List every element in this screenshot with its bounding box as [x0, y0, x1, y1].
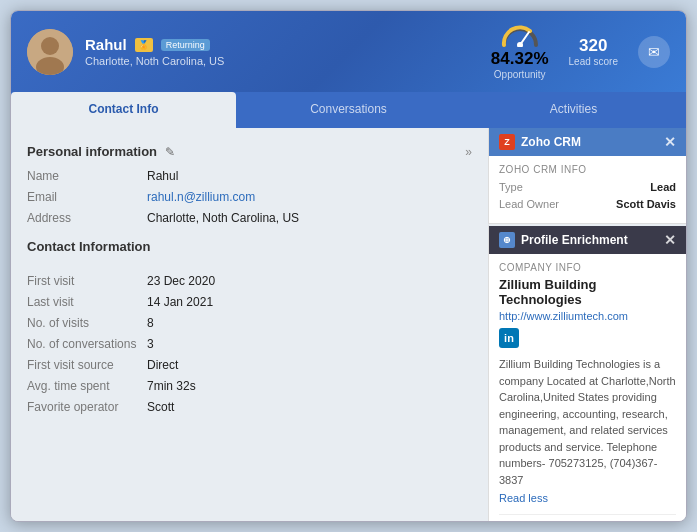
no-visits-value: 8	[147, 316, 154, 330]
email-value[interactable]: rahul.n@zillium.com	[147, 190, 255, 204]
content-area: Personal information ✎ » Name Rahul Emai…	[11, 128, 686, 521]
avg-time-value: 7min 32s	[147, 379, 196, 393]
company-description: Zillium Building Technologies is a compa…	[499, 356, 676, 488]
opportunity-gauge: 84.32% Opportunity	[491, 23, 549, 80]
first-visit-source-value: Direct	[147, 358, 178, 372]
hq-section: Headquarters Albuquerque, New Mexico, Un…	[499, 514, 676, 521]
header: Rahul 🏅 Returning Charlotte, Noth Caroli…	[11, 11, 686, 92]
zoho-crm-sub-label: ZOHO CRM INFO	[499, 164, 676, 175]
favorite-operator-label: Favorite operator	[27, 400, 147, 414]
zoho-icon: Z	[499, 134, 515, 150]
zoho-crm-content: ZOHO CRM INFO Type Lead Lead Owner Scott…	[489, 156, 686, 223]
last-visit-row: Last visit 14 Jan 2021	[27, 295, 472, 309]
header-stats: 84.32% Opportunity 320 Lead score ✉	[491, 23, 670, 80]
first-visit-row: First visit 23 Dec 2020	[27, 274, 472, 288]
zoho-crm-header: Z Zoho CRM ✕	[489, 128, 686, 156]
no-visits-label: No. of visits	[27, 316, 147, 330]
enrichment-content: COMPANY INFO Zillium Building Technologi…	[489, 254, 686, 521]
first-visit-source-row: First visit source Direct	[27, 358, 472, 372]
avg-time-row: Avg. time spent 7min 32s	[27, 379, 472, 393]
name-label: Name	[27, 169, 147, 183]
last-visit-label: Last visit	[27, 295, 147, 309]
contact-info-section: Contact Information First visit 23 Dec 2…	[27, 239, 472, 414]
crm-lead-owner-label: Lead Owner	[499, 198, 559, 210]
collapse-button[interactable]: »	[465, 145, 472, 159]
opportunity-value: 84.32%	[491, 49, 549, 69]
enrichment-icon: ⊕	[499, 232, 515, 248]
message-button[interactable]: ✉	[638, 36, 670, 68]
last-visit-value: 14 Jan 2021	[147, 295, 213, 309]
email-row: Email rahul.n@zillium.com	[27, 190, 472, 204]
personal-info-title: Personal information	[27, 144, 157, 159]
no-conversations-label: No. of conversations	[27, 337, 147, 351]
lead-score-value: 320	[569, 36, 618, 56]
address-value: Charlotte, Noth Carolina, US	[147, 211, 299, 225]
crm-lead-owner-row: Lead Owner Scott Davis	[499, 198, 676, 210]
edit-icon[interactable]: ✎	[165, 145, 175, 159]
header-name-row: Rahul 🏅 Returning	[85, 36, 479, 53]
zoho-crm-panel: Z Zoho CRM ✕ ZOHO CRM INFO Type Lead Lea…	[488, 128, 686, 224]
user-location: Charlotte, Noth Carolina, US	[85, 55, 479, 67]
company-info-label: COMPANY INFO	[499, 262, 676, 273]
no-conversations-value: 3	[147, 337, 154, 351]
crm-type-row: Type Lead	[499, 181, 676, 193]
app-container: Rahul 🏅 Returning Charlotte, Noth Caroli…	[10, 10, 687, 522]
enrichment-close-button[interactable]: ✕	[664, 232, 676, 248]
name-row: Name Rahul	[27, 169, 472, 183]
first-visit-label: First visit	[27, 274, 147, 288]
lead-score-label: Lead score	[569, 56, 618, 67]
avatar	[27, 29, 73, 75]
tab-conversations[interactable]: Conversations	[236, 92, 461, 128]
zoho-crm-close-button[interactable]: ✕	[664, 134, 676, 150]
first-visit-value: 23 Dec 2020	[147, 274, 215, 288]
svg-point-1	[41, 37, 59, 55]
returning-badge: Returning	[161, 39, 210, 51]
tab-activities[interactable]: Activities	[461, 92, 686, 128]
opportunity-label: Opportunity	[494, 69, 546, 80]
first-visit-source-label: First visit source	[27, 358, 147, 372]
crm-type-value: Lead	[650, 181, 676, 193]
profile-enrichment-panel: ⊕ Profile Enrichment ✕ COMPANY INFO Zill…	[488, 224, 686, 521]
address-row: Address Charlotte, Noth Carolina, US	[27, 211, 472, 225]
zoho-crm-title: Zoho CRM	[521, 135, 581, 149]
avg-time-label: Avg. time spent	[27, 379, 147, 393]
crm-type-label: Type	[499, 181, 523, 193]
right-panel: Z Zoho CRM ✕ ZOHO CRM INFO Type Lead Lea…	[488, 128, 686, 521]
company-name: Zillium Building Technologies	[499, 277, 676, 307]
favorite-operator-value: Scott	[147, 400, 174, 414]
read-less-button[interactable]: Read less	[499, 492, 676, 504]
favorite-operator-row: Favorite operator Scott	[27, 400, 472, 414]
crm-lead-owner-value: Scott Davis	[616, 198, 676, 210]
enrichment-header: ⊕ Profile Enrichment ✕	[489, 226, 686, 254]
tab-contact-info[interactable]: Contact Info	[11, 92, 236, 128]
medal-icon: 🏅	[135, 38, 153, 52]
address-label: Address	[27, 211, 147, 225]
user-name: Rahul	[85, 36, 127, 53]
linkedin-icon[interactable]: in	[499, 328, 519, 348]
email-label: Email	[27, 190, 147, 204]
header-info: Rahul 🏅 Returning Charlotte, Noth Caroli…	[85, 36, 479, 67]
left-panel: Personal information ✎ » Name Rahul Emai…	[11, 128, 488, 521]
no-visits-row: No. of visits 8	[27, 316, 472, 330]
company-url[interactable]: http://www.zilliumtech.com	[499, 310, 676, 322]
name-value: Rahul	[147, 169, 178, 183]
personal-info-header: Personal information ✎ »	[27, 144, 472, 159]
contact-info-header: Contact Information	[27, 239, 472, 264]
contact-info-title: Contact Information	[27, 239, 151, 254]
enrichment-title: Profile Enrichment	[521, 233, 628, 247]
tabs-bar: Contact Info Conversations Activities	[11, 92, 686, 128]
no-conversations-row: No. of conversations 3	[27, 337, 472, 351]
message-icon: ✉	[648, 44, 660, 60]
lead-score-block: 320 Lead score	[569, 36, 618, 67]
